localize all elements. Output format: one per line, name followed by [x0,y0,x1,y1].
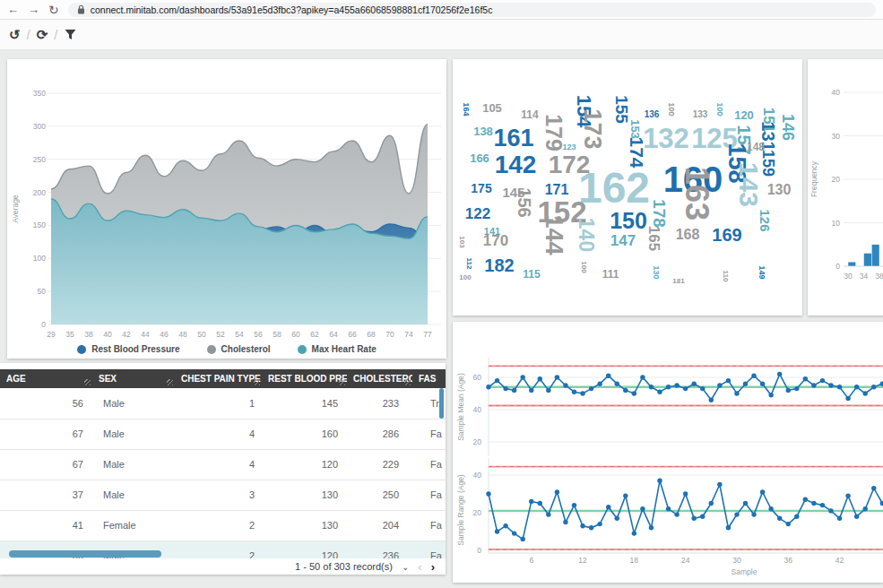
cloud-word[interactable]: 150 [610,210,647,232]
column-header-chest-pain-type[interactable]: CHEST PAIN TYPE [175,369,262,388]
table-row[interactable]: 41Female2130204Fa [0,510,446,540]
prev-page-button[interactable]: ‹ [418,560,421,574]
cloud-word[interactable]: 179 [542,114,565,151]
cloud-word[interactable]: 110 [722,271,729,282]
svg-text:68: 68 [367,330,376,339]
cloud-word[interactable]: 122 [465,206,490,221]
table-cell: 41 [0,510,92,540]
cloud-word[interactable]: 173 [580,108,604,149]
column-resize-handle[interactable] [84,379,91,385]
cloud-word[interactable]: 100 [459,274,471,281]
separator: / [27,27,30,42]
cloud-word[interactable]: 175 [471,182,491,195]
cloud-word[interactable]: 105 [482,102,502,114]
cloud-word[interactable]: 169 [712,226,741,244]
cloud-word[interactable]: 132 [643,125,689,152]
table-vertical-scrollbar[interactable] [439,388,444,419]
table-cell: 4 [175,449,262,480]
forward-icon[interactable]: → [28,4,39,15]
cloud-word[interactable]: 100 [580,261,587,272]
cloud-word[interactable]: 147 [610,233,636,248]
cloud-word[interactable]: 181 [672,278,684,285]
cloud-word[interactable]: 164 [462,102,470,116]
column-resize-handle[interactable] [404,379,411,385]
table-cell: 120 [262,449,347,480]
area-chart: 0501001502002503003502935384042444648505… [7,59,446,339]
refresh-icon[interactable]: ⟳ [37,28,48,41]
svg-text:20: 20 [473,437,482,446]
chevron-down-icon[interactable]: ⌄ [402,562,409,572]
cloud-word[interactable]: 166 [470,152,489,164]
column-resize-handle[interactable] [167,379,173,385]
cloud-word[interactable]: 149 [757,265,766,279]
next-page-button[interactable]: › [431,560,435,574]
panel-control-charts: 204060Sample Mean (Age)02040Sample Range… [453,322,883,583]
legend-item-max-heart-rate[interactable]: Max Heart Rate [298,344,377,354]
cloud-word[interactable]: 130 [652,265,660,279]
filter-icon[interactable] [65,29,76,40]
cloud-word[interactable]: 100 [667,102,675,116]
svg-text:350: 350 [33,89,46,98]
cloud-word[interactable]: 136 [645,110,660,119]
cloud-word[interactable]: 178 [651,199,668,228]
cloud-word[interactable]: 126 [758,209,772,231]
svg-text:18: 18 [630,556,639,565]
cloud-word[interactable]: 100 [715,102,723,116]
address-bar[interactable]: connect.minitab.com/dashboards/53a91e5d3… [68,3,876,17]
svg-text:30: 30 [844,272,853,281]
back-icon[interactable]: ← [7,4,19,15]
cloud-word[interactable]: 111 [602,269,619,280]
column-header-sex[interactable]: SEX [92,369,175,388]
legend-dot [298,345,307,354]
svg-text:10: 10 [832,219,841,228]
table-row[interactable]: 56Male1145233Tr [0,388,446,419]
cloud-word[interactable]: 142 [495,152,537,177]
svg-text:42: 42 [122,330,131,339]
cloud-word[interactable]: 138 [473,125,493,137]
svg-text:Frequency: Frequency [809,160,818,197]
cloud-word[interactable]: 146 [780,114,796,141]
cloud-word[interactable]: 115 [523,269,540,280]
cloud-word[interactable]: 162 [578,167,650,210]
legend-item-rest-blood-pressure[interactable]: Rest Blood Pressure [77,344,179,354]
history-icon[interactable]: ↺ [9,28,21,41]
column-resize-handle[interactable] [339,379,345,385]
column-resize-handle[interactable] [254,379,260,385]
cloud-word[interactable]: 120 [734,109,754,121]
cloud-word[interactable]: 168 [676,228,700,242]
cloud-word[interactable]: 140 [576,218,596,252]
cloud-word[interactable]: 182 [484,256,514,274]
table-horizontal-scrollbar[interactable] [9,550,161,558]
cloud-word[interactable]: 144 [541,214,566,255]
cloud-word[interactable]: 133 [693,110,708,119]
cloud-word[interactable]: 170 [483,233,508,248]
cloud-word[interactable]: 112 [465,258,472,270]
cloud-word[interactable]: 114 [521,109,538,120]
svg-text:66: 66 [348,330,357,339]
cloud-word[interactable]: 103 [458,236,465,247]
cloud-word[interactable]: 156 [515,187,533,217]
column-header-age[interactable]: AGE [0,369,92,388]
svg-text:60: 60 [473,373,482,382]
cloud-word[interactable]: 130 [767,183,792,197]
legend-label: Rest Blood Pressure [91,344,179,354]
column-header-fas[interactable]: FAS [412,369,446,388]
table-cell: Fa [412,480,446,510]
cloud-word[interactable]: 165 [646,226,662,251]
table-row[interactable]: 67Male4120229Fa [0,449,446,480]
cloud-word[interactable]: 143 [735,162,762,207]
control-charts: 204060Sample Mean (Age)02040Sample Range… [453,322,883,583]
cloud-word[interactable]: 163 [680,167,713,220]
svg-text:77: 77 [423,330,432,339]
table-row[interactable]: 37Male3130250Fa [0,480,446,510]
column-header-rest-blood-press-[interactable]: REST BLOOD PRESS... [262,369,347,388]
svg-text:60: 60 [291,330,300,339]
table-row[interactable]: 67Male4160286Fa [0,419,446,449]
svg-text:70: 70 [385,330,394,339]
column-header-cholesterol[interactable]: CHOLESTEROL [347,369,412,388]
cloud-word[interactable]: 161 [493,126,533,151]
table-cell: 286 [347,419,412,449]
reload-icon[interactable]: ↻ [48,4,59,16]
legend-item-cholesterol[interactable]: Cholesterol [207,344,271,354]
lock-icon [77,4,85,14]
